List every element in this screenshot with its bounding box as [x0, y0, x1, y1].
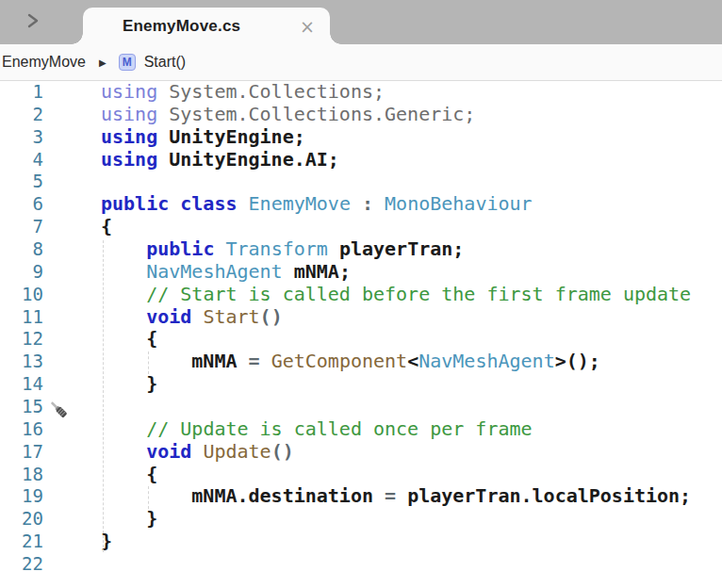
line-number[interactable]: 14: [0, 373, 43, 396]
code-text[interactable]: void Start(): [43, 306, 283, 329]
line-number[interactable]: 11: [0, 306, 43, 329]
code-text[interactable]: void Update(): [43, 441, 294, 464]
code-line[interactable]: 4using UnityEngine.AI;: [0, 149, 722, 172]
code-text[interactable]: [43, 553, 101, 576]
line-number[interactable]: 20: [0, 508, 43, 531]
method-icon: M: [119, 54, 136, 71]
line-number[interactable]: 3: [0, 126, 43, 149]
code-text[interactable]: }: [43, 508, 157, 531]
code-line[interactable]: 3using UnityEngine;: [0, 126, 722, 149]
code-line[interactable]: 12 {: [0, 328, 722, 351]
code-line[interactable]: 8 public Transform playerTran;: [0, 238, 722, 261]
tab-label: EnemyMove.cs: [83, 17, 296, 36]
line-number[interactable]: 4: [0, 149, 43, 172]
breadcrumb-class[interactable]: EnemyMove: [0, 54, 86, 71]
chevron-right-icon: [26, 11, 40, 34]
code-text[interactable]: using UnityEngine.AI;: [43, 149, 339, 172]
code-text[interactable]: // Start is called before the first fram…: [43, 284, 691, 306]
code-line[interactable]: 22: [0, 553, 722, 576]
code-line[interactable]: 21}: [0, 531, 722, 553]
close-icon[interactable]: ×: [296, 15, 319, 38]
code-text[interactable]: {: [43, 328, 157, 351]
line-number[interactable]: 2: [0, 104, 43, 126]
code-line[interactable]: 15: [0, 396, 722, 418]
code-line[interactable]: 10 // Start is called before the first f…: [0, 284, 722, 306]
line-number[interactable]: 12: [0, 328, 43, 351]
breadcrumb-method-label: Start(): [144, 54, 186, 71]
line-number[interactable]: 8: [0, 238, 43, 261]
tab-enemymove[interactable]: EnemyMove.cs ×: [83, 8, 330, 44]
code-line[interactable]: 7{: [0, 216, 722, 238]
code-line[interactable]: 18 {: [0, 464, 722, 486]
code-text[interactable]: public class EnemyMove : MonoBehaviour: [43, 193, 533, 216]
code-text[interactable]: {: [43, 464, 157, 486]
breadcrumb-separator-icon: ▶: [99, 57, 107, 68]
code-line[interactable]: 13 mNMA = GetComponent<NavMeshAgent>();: [0, 351, 722, 373]
indent-guide: [103, 240, 104, 552]
code-text[interactable]: [43, 171, 101, 193]
line-number[interactable]: 18: [0, 464, 43, 486]
line-number[interactable]: 22: [0, 553, 43, 576]
code-line[interactable]: 9 NavMeshAgent mNMA;: [0, 261, 722, 284]
code-text[interactable]: using System.Collections;: [43, 81, 385, 104]
code-text[interactable]: mNMA.destination = playerTran.localPosit…: [43, 485, 691, 508]
code-line[interactable]: 16 // Update is called once per frame: [0, 418, 722, 441]
line-number[interactable]: 10: [0, 284, 43, 306]
line-number[interactable]: 15: [0, 396, 43, 418]
indent-guide: [148, 351, 149, 374]
tab-overflow-button[interactable]: [21, 10, 45, 35]
code-line[interactable]: 19 mNMA.destination = playerTran.localPo…: [0, 485, 722, 508]
line-number[interactable]: 16: [0, 418, 43, 441]
code-text[interactable]: // Update is called once per frame: [43, 418, 533, 441]
line-number[interactable]: 1: [0, 81, 43, 104]
code-line[interactable]: 2using System.Collections.Generic;: [0, 104, 722, 126]
code-line[interactable]: 17 void Update(): [0, 441, 722, 464]
line-number[interactable]: 6: [0, 193, 43, 216]
breadcrumb-method[interactable]: M Start(): [119, 54, 186, 71]
line-number[interactable]: 13: [0, 351, 43, 373]
indent-guide: [148, 486, 149, 509]
line-number[interactable]: 5: [0, 171, 43, 193]
code-line[interactable]: 1using System.Collections;: [0, 81, 722, 104]
line-number[interactable]: 19: [0, 485, 43, 508]
code-editor[interactable]: 1using System.Collections;2using System.…: [0, 81, 722, 588]
code-text[interactable]: using System.Collections.Generic;: [43, 104, 475, 126]
code-text[interactable]: using UnityEngine;: [43, 126, 305, 149]
line-number[interactable]: 21: [0, 531, 43, 553]
code-rows: 1using System.Collections;2using System.…: [0, 81, 722, 576]
code-text[interactable]: {: [43, 216, 112, 238]
tab-bar: EnemyMove.cs ×: [0, 0, 722, 44]
line-number[interactable]: 7: [0, 216, 43, 238]
line-number[interactable]: 17: [0, 441, 43, 464]
line-number[interactable]: 9: [0, 261, 43, 284]
code-text[interactable]: public Transform playerTran;: [43, 238, 464, 261]
code-text[interactable]: }: [43, 373, 157, 396]
code-line[interactable]: 6public class EnemyMove : MonoBehaviour: [0, 193, 722, 216]
code-line[interactable]: 20 }: [0, 508, 722, 531]
code-line[interactable]: 14 }: [0, 373, 722, 396]
code-text[interactable]: mNMA = GetComponent<NavMeshAgent>();: [43, 351, 600, 373]
code-text[interactable]: NavMeshAgent mNMA;: [43, 261, 351, 284]
breadcrumb: EnemyMove ▶ M Start(): [0, 44, 722, 81]
code-line[interactable]: 5: [0, 171, 722, 193]
code-line[interactable]: 11 void Start(): [0, 306, 722, 329]
